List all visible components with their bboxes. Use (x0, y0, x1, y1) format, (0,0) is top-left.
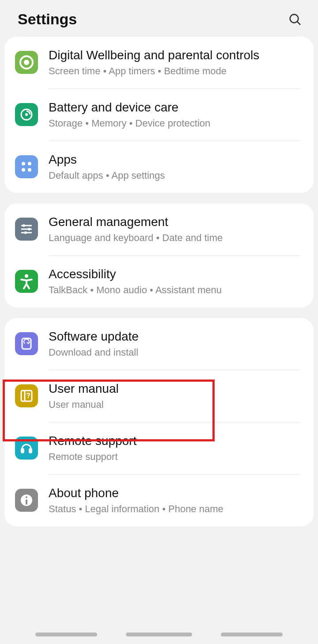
row-subtitle: Language and keyboard • Date and time (49, 232, 303, 245)
battery-icon (15, 103, 38, 126)
svg-point-0 (290, 14, 299, 23)
user-manual-icon: ? (15, 384, 38, 407)
software-update-icon (15, 332, 38, 355)
settings-group-1: Digital Wellbeing and parental controls … (4, 37, 314, 193)
search-icon[interactable] (288, 12, 302, 27)
row-user-manual[interactable]: ? User manual User manual (4, 370, 314, 422)
row-battery[interactable]: Battery and device care Storage • Memory… (4, 89, 314, 141)
svg-point-7 (25, 113, 28, 116)
row-remote-support[interactable]: Remote support Remote support (4, 422, 314, 474)
row-subtitle: Download and install (49, 346, 303, 359)
apps-icon (15, 155, 38, 178)
row-subtitle: Screen time • App timers • Bedtime mode (49, 65, 303, 78)
nav-back[interactable] (221, 632, 283, 636)
nav-bar (0, 625, 318, 644)
svg-rect-28 (15, 437, 38, 460)
row-software-update[interactable]: Software update Download and install (4, 318, 314, 370)
svg-point-21 (25, 274, 28, 278)
row-apps[interactable]: Apps Default apps • App settings (4, 141, 314, 193)
row-title: Remote support (49, 433, 303, 449)
svg-point-9 (22, 162, 25, 165)
row-title: User manual (49, 381, 303, 397)
row-subtitle: User manual (49, 399, 303, 411)
svg-rect-22 (15, 332, 38, 355)
row-subtitle: Storage • Memory • Device protection (49, 117, 303, 130)
svg-rect-34 (26, 499, 27, 505)
nav-recents[interactable] (35, 632, 97, 636)
row-accessibility[interactable]: Accessibility TalkBack • Mono audio • As… (4, 256, 314, 307)
row-title: General management (49, 214, 303, 230)
general-icon (15, 218, 38, 241)
svg-point-17 (28, 228, 30, 230)
svg-point-4 (24, 60, 29, 65)
remote-support-icon (15, 437, 38, 460)
svg-line-1 (297, 21, 300, 24)
svg-rect-29 (21, 448, 24, 453)
about-phone-icon (15, 489, 38, 512)
row-subtitle: Default apps • App settings (49, 169, 303, 182)
row-title: Accessibility (49, 266, 303, 282)
svg-point-33 (26, 496, 27, 498)
row-title: Apps (49, 152, 303, 168)
svg-point-10 (28, 162, 31, 165)
row-title: Software update (49, 329, 303, 345)
header-bar: Settings (0, 0, 318, 37)
row-title: Battery and device care (49, 100, 303, 115)
svg-point-19 (24, 231, 27, 234)
row-subtitle: Status • Legal information • Phone name (49, 503, 303, 516)
row-subtitle: TalkBack • Mono audio • Assistant menu (49, 284, 303, 297)
row-about-phone[interactable]: About phone Status • Legal information •… (4, 475, 314, 526)
row-digital-wellbeing[interactable]: Digital Wellbeing and parental controls … (4, 37, 314, 88)
svg-point-11 (22, 168, 25, 172)
row-title: About phone (49, 485, 303, 501)
settings-group-3: Software update Download and install ? U… (4, 318, 314, 526)
row-title: Digital Wellbeing and parental controls (49, 47, 303, 63)
svg-point-15 (23, 224, 25, 227)
nav-home[interactable] (126, 632, 192, 636)
svg-rect-8 (15, 155, 38, 178)
row-subtitle: Remote support (49, 451, 303, 464)
svg-text:?: ? (26, 392, 30, 399)
digital-wellbeing-icon (15, 51, 38, 74)
settings-group-2: General management Language and keyboard… (4, 203, 314, 307)
svg-point-12 (28, 168, 31, 172)
row-general[interactable]: General management Language and keyboard… (4, 203, 314, 255)
page-title: Settings (18, 11, 77, 28)
accessibility-icon (15, 270, 38, 293)
svg-rect-30 (29, 448, 32, 453)
